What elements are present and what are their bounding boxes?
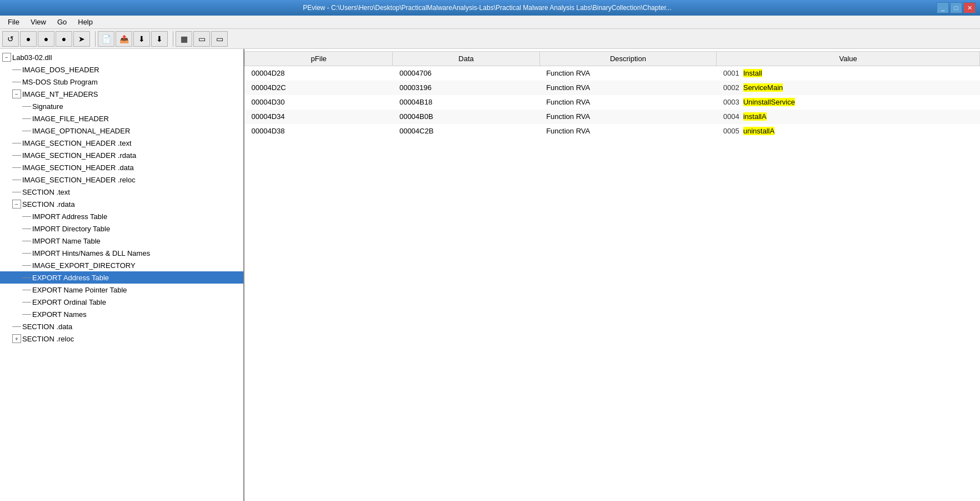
cell-function-name: uninstallA — [743, 127, 774, 135]
window-icon[interactable]: ▭ — [193, 31, 210, 47]
tree-label-import_hints: IMPORT Hints/Names & DLL Names — [32, 249, 150, 257]
expand-icon-section_rdata[interactable]: − — [12, 200, 21, 209]
cell-data: 00003196 — [393, 81, 539, 95]
tree-label-import_address: IMPORT Address Table — [32, 212, 107, 221]
menu-bar: FileViewGoHelp — [0, 16, 980, 29]
cell-value: 0005uninstallA — [717, 124, 980, 138]
tree-item-section_reloc[interactable]: +SECTION .reloc — [0, 333, 243, 345]
refresh-icon[interactable]: ↺ — [2, 31, 19, 47]
menu-item-help[interactable]: Help — [72, 17, 98, 27]
close-button[interactable]: ✕ — [963, 2, 976, 13]
down-arrow-icon[interactable]: ⬇ — [133, 31, 150, 47]
cell-description: Function RVA — [539, 110, 717, 124]
minimize-button[interactable]: _ — [937, 2, 949, 13]
window2-icon[interactable]: ▭ — [211, 31, 228, 47]
title-bar-controls: _ □ ✕ — [937, 2, 976, 13]
tree-item-section_header_text[interactable]: IMAGE_SECTION_HEADER .text — [0, 137, 243, 149]
tree-item-section_header_reloc[interactable]: IMAGE_SECTION_HEADER .reloc — [0, 173, 243, 186]
menu-item-file[interactable]: File — [2, 17, 25, 27]
toolbar: ↺●●●➤📄📤⬇⬇▦▭▭ — [0, 29, 980, 49]
expand-icon-root[interactable]: − — [2, 53, 11, 62]
tree-item-export_names[interactable]: EXPORT Names — [0, 308, 243, 320]
back-green-icon[interactable]: ● — [20, 31, 37, 47]
cell-pfile: 00004D28 — [245, 66, 393, 81]
tree-item-section_text[interactable]: SECTION .text — [0, 186, 243, 198]
title-bar: PEview - C:\Users\Hero\Desktop\Practical… — [0, 0, 980, 16]
tree-item-import_name[interactable]: IMPORT Name Table — [0, 235, 243, 247]
nav-arrow-icon[interactable]: ➤ — [73, 31, 90, 47]
tree-item-import_directory[interactable]: IMPORT Directory Table — [0, 222, 243, 235]
tree-item-dos_header[interactable]: IMAGE_DOS_HEADER — [0, 63, 243, 76]
menu-item-go[interactable]: Go — [52, 17, 72, 27]
dash-icon-section_header_reloc — [12, 180, 21, 180]
grid-icon[interactable]: ▦ — [176, 31, 192, 47]
cell-function-name: UninstallService — [743, 98, 795, 106]
dash-icon-optional_header — [22, 131, 31, 131]
cell-pfile: 00004D34 — [245, 110, 393, 124]
tree-item-section_header_rdata[interactable]: IMAGE_SECTION_HEADER .rdata — [0, 149, 243, 161]
tree-label-section_reloc: SECTION .reloc — [22, 335, 74, 343]
maximize-button[interactable]: □ — [950, 2, 962, 13]
tree-item-file_header[interactable]: IMAGE_FILE_HEADER — [0, 112, 243, 125]
menu-item-view[interactable]: View — [25, 17, 52, 27]
cell-ordinal: 0003 — [723, 98, 741, 106]
dash-icon-msdos_stub — [12, 82, 21, 82]
tree-item-signature[interactable]: Signature — [0, 100, 243, 112]
table-row[interactable]: 00004D3000004B18Function RVA0003Uninstal… — [245, 95, 980, 110]
cell-description: Function RVA — [539, 66, 717, 81]
cell-description: Function RVA — [539, 81, 717, 95]
tree-item-image_export_dir[interactable]: IMAGE_EXPORT_DIRECTORY — [0, 259, 243, 271]
tree-label-section_header_rdata: IMAGE_SECTION_HEADER .rdata — [22, 151, 136, 160]
cell-function-name: installA — [743, 112, 767, 121]
separator1 — [92, 31, 96, 47]
tree-label-optional_header: IMAGE_OPTIONAL_HEADER — [32, 127, 130, 135]
table-header: pFileDataDescriptionValue — [245, 52, 980, 66]
title-bar-text: PEview - C:\Users\Hero\Desktop\Practical… — [38, 4, 937, 12]
cell-ordinal: 0002 — [723, 83, 741, 92]
forward-green-icon[interactable]: ● — [38, 31, 54, 47]
tree-item-export_address[interactable]: EXPORT Address Table — [0, 271, 243, 284]
separator2 — [170, 31, 173, 47]
dash-icon-export_name_ptr — [22, 290, 31, 290]
data-table: pFileDataDescriptionValue 00004D28000047… — [244, 51, 980, 138]
table-row[interactable]: 00004D3400004B0BFunction RVA0004installA — [245, 110, 980, 124]
tree-item-root[interactable]: −Lab03-02.dll — [0, 51, 243, 63]
dash-icon-section_text — [12, 192, 21, 192]
tree-item-optional_header[interactable]: IMAGE_OPTIONAL_HEADER — [0, 125, 243, 137]
cell-ordinal: 0001 — [723, 69, 741, 77]
tree-item-section_header_data[interactable]: IMAGE_SECTION_HEADER .data — [0, 161, 243, 173]
table-row[interactable]: 00004D2800004706Function RVA0001Install — [245, 66, 980, 81]
tree-item-import_hints[interactable]: IMPORT Hints/Names & DLL Names — [0, 247, 243, 259]
tree-item-section_rdata[interactable]: −SECTION .rdata — [0, 198, 243, 210]
open-file-icon[interactable]: 📄 — [98, 31, 114, 47]
stop-icon[interactable]: ● — [56, 31, 72, 47]
col-header-description: Description — [539, 52, 717, 66]
dash-icon-export_address — [22, 277, 31, 278]
tree-label-section_rdata: SECTION .rdata — [22, 200, 75, 209]
tree-label-msdos_stub: MS-DOS Stub Program — [22, 78, 98, 86]
dash-icon-signature — [22, 106, 31, 107]
cell-function-name: ServiceMain — [743, 83, 783, 92]
dash-icon-section_header_rdata — [12, 155, 21, 156]
tree-label-section_header_reloc: IMAGE_SECTION_HEADER .reloc — [22, 176, 136, 184]
table-row[interactable]: 00004D3800004C2BFunction RVA0005uninstal… — [245, 124, 980, 138]
tree-label-section_data: SECTION .data — [22, 323, 72, 331]
tree-label-image_export_dir: IMAGE_EXPORT_DIRECTORY — [32, 261, 136, 270]
cell-ordinal: 0005 — [723, 127, 741, 135]
expand-icon-section_reloc[interactable]: + — [12, 334, 21, 343]
tree-panel: −Lab03-02.dllIMAGE_DOS_HEADERMS-DOS Stub… — [0, 49, 244, 501]
tree-item-export_ordinal[interactable]: EXPORT Ordinal Table — [0, 296, 243, 308]
table-row[interactable]: 00004D2C00003196Function RVA0002ServiceM… — [245, 81, 980, 95]
cell-description: Function RVA — [539, 95, 717, 110]
tree-item-import_address[interactable]: IMPORT Address Table — [0, 210, 243, 222]
down-arrow2-icon[interactable]: ⬇ — [151, 31, 168, 47]
dash-icon-image_export_dir — [22, 265, 31, 266]
cell-pfile: 00004D2C — [245, 81, 393, 95]
expand-icon-nt_headers[interactable]: − — [12, 90, 21, 98]
export-icon[interactable]: 📤 — [116, 31, 132, 47]
tree-item-section_data[interactable]: SECTION .data — [0, 320, 243, 333]
tree-label-file_header: IMAGE_FILE_HEADER — [32, 115, 109, 123]
tree-item-export_name_ptr[interactable]: EXPORT Name Pointer Table — [0, 284, 243, 296]
tree-item-nt_headers[interactable]: −IMAGE_NT_HEADERS — [0, 88, 243, 100]
tree-item-msdos_stub[interactable]: MS-DOS Stub Program — [0, 76, 243, 88]
